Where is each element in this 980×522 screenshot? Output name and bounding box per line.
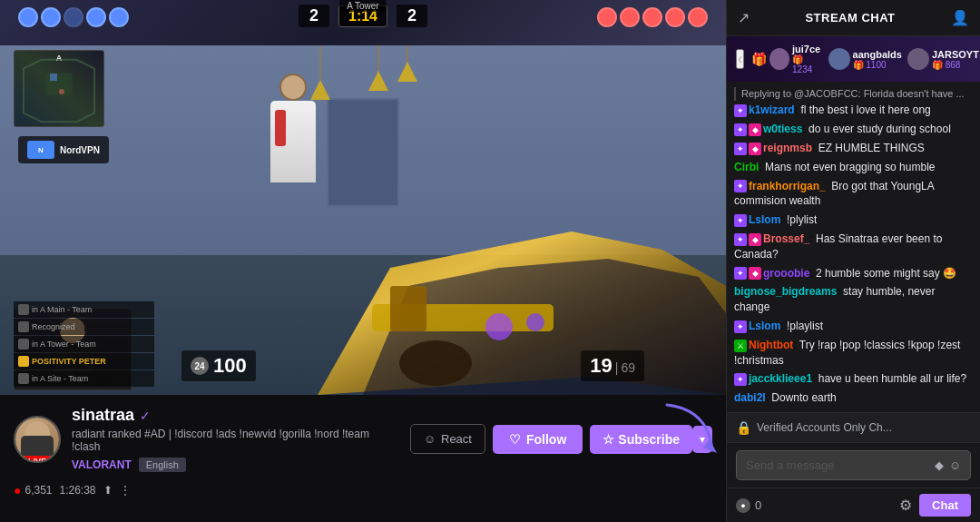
reply-text: Replying to @JACOBFCC: Florida doesn't h…: [734, 87, 973, 101]
svg-rect-3: [390, 286, 426, 331]
player-icon: [86, 7, 106, 27]
viewer-count: ● 6,351: [14, 483, 53, 497]
react-button[interactable]: ☺ React: [410, 424, 485, 454]
ammo-display: 19 | 69: [581, 350, 644, 381]
chat-header: ↗ STREAM CHAT 👤: [727, 0, 980, 36]
chat-input-container[interactable]: Send a message ◆ ☺: [736, 450, 971, 480]
bits-badge: ◆: [749, 123, 761, 136]
share-icon[interactable]: ⬆: [103, 484, 113, 497]
chat-input-placeholder[interactable]: Send a message: [746, 458, 935, 472]
chat-gear-icon[interactable]: ⚙: [899, 497, 912, 514]
msg-username: Cirbi: [734, 161, 759, 173]
hype-user-1: 🎁 jui7ce 🎁 1234: [751, 44, 822, 74]
gift-icon: 🎁: [751, 52, 767, 66]
player-icon: [688, 7, 708, 27]
popout-chat-button[interactable]: ↗: [738, 9, 750, 26]
ammo-reserve: 69: [621, 360, 635, 375]
msg-content: Downto earth: [771, 391, 836, 404]
chat-message: ✦◆Brossef_: Has Sinatraa ever been to Ca…: [734, 231, 973, 262]
hype-user2-name: aangbalds: [853, 49, 902, 60]
bits-badge: ◆: [749, 233, 761, 246]
chat-message: Cirbi: Mans not even bragging so humble: [734, 160, 973, 175]
stream-meta-row: ● 6,351 1:26:38 ⬆ ⋮: [0, 483, 726, 505]
chat-send-button[interactable]: Chat: [919, 494, 971, 517]
team-right: [597, 7, 708, 27]
gift-small-icon: 🎁: [792, 54, 803, 64]
game-hud-top: 2 1:14 2 A Tower: [0, 0, 726, 45]
health-icon: 24: [191, 357, 209, 375]
star-icon: ☆: [603, 432, 614, 447]
minimap: A: [14, 50, 104, 127]
nordvpn-logo: N: [27, 141, 54, 159]
team-right-score: 2: [397, 5, 427, 27]
chat-input-area: Send a message ◆ ☺: [727, 442, 980, 488]
svg-marker-8: [703, 439, 717, 453]
player-icon: [642, 7, 662, 27]
map-label: A Tower: [339, 0, 386, 12]
ammo-current: 19: [590, 354, 612, 378]
bits-badge: ◆: [749, 143, 761, 155]
svg-point-5: [526, 313, 544, 331]
hype-user1-name: jui7ce: [792, 44, 822, 54]
game-tag[interactable]: VALORANT: [72, 458, 132, 471]
hype-users: 🎁 jui7ce 🎁 1234 aangbalds: [751, 44, 979, 74]
language-tag[interactable]: English: [139, 458, 186, 472]
bits-badge: ◆: [749, 267, 761, 280]
heart-icon: ♡: [509, 432, 521, 447]
nordvpn-text: NordVPN: [60, 145, 100, 155]
sub-badge: ✦: [734, 267, 747, 280]
hype-user-2: aangbalds 🎁 1100: [828, 48, 902, 70]
mod-badge: ⚔: [734, 340, 747, 352]
more-options-icon[interactable]: ⋮: [120, 484, 131, 497]
hype-user2-score: 🎁 1100: [853, 60, 902, 70]
nordvpn-overlay: N NordVPN: [18, 136, 109, 163]
msg-username: bignose_bigdreams: [734, 285, 837, 298]
ammo-separator: |: [615, 360, 619, 375]
msg-username: Nightbot: [749, 339, 793, 351]
chat-settings-header-button[interactable]: 👤: [951, 9, 969, 26]
msg-username: w0tiess: [763, 123, 802, 135]
chat-message: ✦Lslom: !playlist: [734, 319, 973, 334]
hype-nav-left[interactable]: ‹: [736, 49, 744, 69]
msg-content: do u ever study during school: [808, 123, 951, 135]
sub-badge: ✦: [734, 123, 747, 136]
hype-train: ‹ 🎁 jui7ce 🎁 1234: [727, 36, 980, 82]
hype-user1-score: 🎁 1234: [792, 54, 822, 74]
streamer-info-row: LIVE sinatraa ✓ radiant ranked #AD | !di…: [0, 395, 726, 483]
msg-content: 2 humble some might say 🤩: [816, 267, 956, 280]
chat-input-icons: ◆ ☺: [935, 458, 961, 472]
player-icon: [41, 7, 61, 27]
sub-badge: ✦: [734, 214, 747, 227]
msg-username: Lslom: [749, 213, 780, 226]
team-left-score: 2: [299, 5, 329, 27]
bits-icon[interactable]: ◆: [935, 458, 944, 472]
msg-content: !playlist: [787, 320, 823, 332]
chat-message: dabi2l: Downto earth: [734, 390, 973, 406]
team-roster: in A Main - Team Recognized in A Tower -…: [14, 301, 154, 388]
hype-user3-name: JARSOYT: [932, 49, 979, 60]
chat-message: ✦◆w0tiess: do u ever study during school: [734, 122, 973, 137]
chat-header-icons: 👤: [951, 9, 969, 26]
sub-badge: ✦: [734, 143, 747, 155]
chat-message: ✦◆reignmsb: EZ HUMBLE THINGS: [734, 141, 973, 156]
chat-message: bignose_bigdreams: stay humble, never ch…: [734, 284, 973, 315]
sub-badge: ✦: [734, 180, 747, 192]
player-icon: [18, 7, 38, 27]
health-value: 100: [213, 354, 247, 378]
hype-avatar-2: [828, 48, 850, 70]
emote-icon[interactable]: ☺: [949, 458, 961, 472]
msg-username: Lslom: [749, 320, 780, 332]
msg-username: grooobie: [763, 267, 809, 280]
react-label: React: [441, 432, 472, 446]
streamer-name: sinatraa: [72, 406, 134, 425]
streamer-details: sinatraa ✓ radiant ranked #AD | !discord…: [72, 406, 399, 472]
chat-message: ⚔Nightbot: Try !rap !pop !classics !kpop…: [734, 338, 973, 369]
svg-point-6: [399, 340, 472, 386]
msg-content: have u been humble all ur life?: [818, 372, 966, 385]
sub-badge: ✦: [734, 104, 747, 117]
follow-button[interactable]: ♡ Follow: [493, 425, 583, 454]
points-value: 0: [755, 498, 761, 512]
msg-username: Brossef_: [763, 232, 809, 245]
svg-point-4: [485, 313, 513, 340]
follow-label: Follow: [526, 432, 566, 447]
